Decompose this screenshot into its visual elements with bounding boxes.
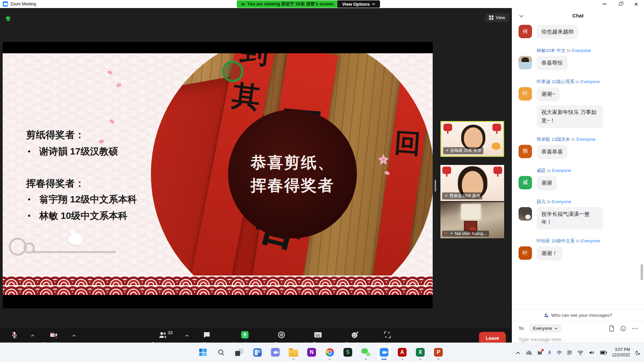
avatar: 韩: [519, 145, 532, 158]
chat-scrollbar[interactable]: [641, 264, 643, 280]
to-word: to: [576, 238, 580, 243]
audience: Everyone: [577, 137, 596, 142]
thumbnails-splitter-handle[interactable]: [435, 180, 436, 192]
system-tray: M 中 拼 3:07 PM 12/2/2022: [516, 343, 641, 362]
privacy-icon: [544, 313, 549, 318]
avatar-initial: 韩: [523, 148, 528, 155]
mic-tray-icon[interactable]: [547, 350, 552, 356]
widgets-button[interactable]: [250, 345, 265, 360]
avatar-initial: 叶: [523, 90, 528, 97]
chat-bubble-icon: [203, 331, 211, 339]
video-thumbnail-2[interactable]: 曹旖温 16级 新传: [440, 165, 504, 201]
audio-options-chevron[interactable]: [31, 332, 35, 338]
chrome-button[interactable]: [322, 345, 337, 360]
file-attach-icon[interactable]: [609, 325, 614, 331]
share-screen-icon: [241, 331, 249, 339]
chat-compose: To: Everyone: [512, 321, 644, 343]
zoom-app-icon: [380, 348, 388, 357]
avatar: [519, 56, 532, 69]
screen-app-button[interactable]: S: [340, 345, 355, 360]
start-button[interactable]: [196, 345, 210, 360]
onenote-button[interactable]: N: [304, 345, 319, 360]
close-button[interactable]: ✕: [628, 0, 644, 8]
reactions-icon: [351, 331, 360, 339]
chevron-down-icon: [554, 327, 557, 329]
calligraphy-char: 回: [393, 125, 422, 162]
cloud-decoration: [9, 228, 123, 260]
message-bubble: 谢谢: [537, 176, 557, 190]
focus-assist-moon-icon[interactable]: [635, 350, 641, 356]
clock[interactable]: 3:07 PM 12/2/2022: [612, 347, 630, 358]
video-thumbnail-1[interactable]: 孙瑜庭 20本 光华: [440, 121, 504, 157]
search-button[interactable]: [214, 345, 228, 360]
participants-options-chevron[interactable]: [185, 332, 189, 338]
chat-message: 威廷 to Everyone 威 谢谢: [519, 168, 639, 190]
ime-mode[interactable]: 中: [557, 350, 562, 356]
sender-name: 威廷: [537, 168, 546, 173]
tiger-decoration: [492, 142, 500, 150]
slide-heading-papercut: 剪纸得奖者：: [26, 128, 85, 142]
restore-button[interactable]: [612, 0, 628, 8]
speaker-tray-icon[interactable]: [589, 350, 595, 355]
privacy-notice[interactable]: Who can see your messages?: [512, 309, 644, 321]
teams-chat-icon: [271, 348, 280, 357]
slide-heading-calligraphy: 挥春得奖者：: [26, 177, 85, 190]
chat-collapse-chevron[interactable]: [519, 13, 524, 19]
task-view-button[interactable]: [232, 345, 247, 360]
avatar: 叶: [519, 246, 532, 260]
security-shield-icon[interactable]: [5, 16, 11, 23]
chat-message: 何 你也越来越帅: [519, 25, 639, 39]
participant-name: 曹旖温 16级 新传: [449, 193, 480, 199]
participant-name-badge: 曹旖温 16级 新传: [442, 192, 482, 199]
wifi-icon[interactable]: [577, 350, 584, 355]
wechat-button[interactable]: [359, 345, 373, 360]
excel-button[interactable]: X: [413, 345, 428, 360]
scallop-wave-border: [3, 276, 433, 295]
ime-layout[interactable]: 拼: [567, 350, 572, 356]
onedrive-icon[interactable]: [525, 350, 533, 355]
participant-name-badge: 孙瑜庭 20本 光华: [443, 147, 483, 154]
calligraphy-char: 其: [230, 76, 263, 117]
center-title-line1: 恭喜剪纸、: [251, 151, 334, 174]
title-bar: Zoom Meeting You are viewing 郑欣宁 20本 信管'…: [0, 0, 644, 8]
hidden-icons-chevron[interactable]: [516, 351, 520, 354]
wechat-icon: [361, 348, 371, 357]
calligraphy-char: 到: [239, 53, 271, 73]
widgets-icon: [253, 348, 262, 357]
emoji-icon[interactable]: [620, 325, 626, 331]
view-layout-button[interactable]: View: [485, 13, 509, 22]
couplet-strip: 回: [368, 54, 433, 295]
audience: Everyone: [581, 238, 600, 243]
acrobat-button[interactable]: A: [395, 345, 410, 360]
chevron-down-icon: [372, 3, 375, 5]
zoom-logo-icon: [3, 1, 8, 7]
teams-chat-button[interactable]: [268, 345, 283, 360]
taskbar: N S A X P M 中 拼 3:07 PM 12/2/2022: [0, 343, 644, 362]
slide-item-text: 翁宇翔 12级中文系本科: [39, 194, 137, 204]
video-options-chevron[interactable]: [72, 332, 76, 338]
viewing-banner-text: You are viewing 郑欣宁 20本 信管's screen: [247, 1, 333, 7]
video-thumbnail-3[interactable]: Nai chen huang…: [440, 202, 504, 238]
windows-logo-icon: [199, 349, 207, 356]
slide-center-title: 恭喜剪纸、 挥春得奖者: [228, 110, 357, 238]
avatar: 威: [519, 176, 532, 189]
leave-label: Leave: [486, 336, 499, 341]
window-controls: ✕: [597, 0, 644, 8]
slide-item: •谢诗韻 17级汉教硕: [28, 145, 118, 158]
battery-icon[interactable]: [600, 351, 607, 355]
m-tray-icon[interactable]: M: [538, 350, 542, 356]
message-bubble: 谢谢！: [537, 246, 562, 261]
chat-messages[interactable]: 何 你也越来越帅 林敏10本 中文 to Everyone 恭喜尊恒 叶孝涵 1…: [512, 23, 644, 309]
to-label: To:: [519, 326, 525, 331]
apps-icon: [383, 331, 391, 339]
powerpoint-button[interactable]: P: [431, 345, 446, 360]
more-options-icon[interactable]: [632, 327, 638, 329]
file-explorer-button[interactable]: [286, 345, 301, 360]
view-options-button[interactable]: View Options: [337, 0, 380, 8]
message-input[interactable]: [519, 337, 638, 342]
minimize-button[interactable]: [597, 0, 612, 8]
zoom-app-button[interactable]: [377, 345, 391, 360]
recipient-dropdown[interactable]: Everyone: [529, 324, 561, 333]
chat-panel: Chat 何 你也越来越帅 林敏10本 中文 to Everyone 恭喜尊恒 …: [512, 8, 644, 343]
sender-name: 叶孝涵 11级心理系: [537, 79, 574, 84]
